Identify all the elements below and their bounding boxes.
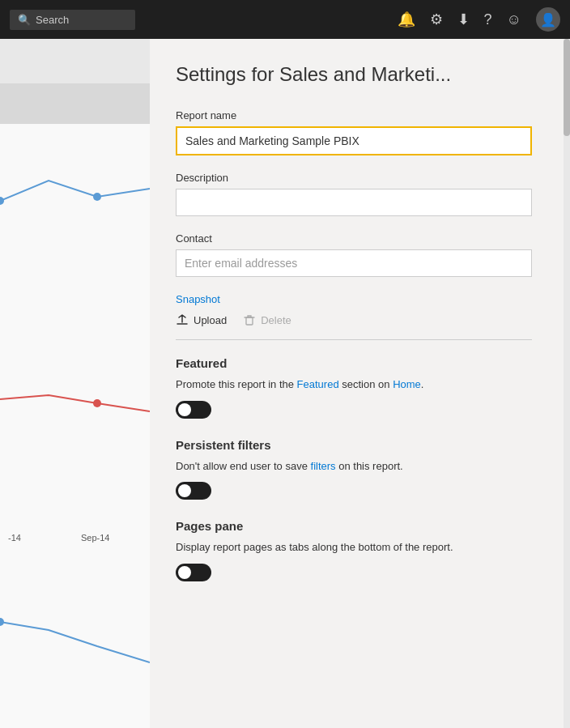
help-icon[interactable]: ?: [484, 11, 492, 28]
background-chart: -14 Sep-14: [0, 39, 150, 728]
svg-point-6: [0, 618, 4, 626]
delete-button[interactable]: Delete: [243, 313, 291, 326]
svg-rect-2: [0, 83, 150, 124]
scrollbar-thumb[interactable]: [564, 39, 570, 136]
snapshot-section: Snapshot Upload Delete: [176, 293, 544, 340]
notification-icon[interactable]: 🔔: [398, 11, 415, 28]
description-label: Description: [176, 172, 544, 184]
snapshot-label: Snapshot: [176, 293, 544, 305]
svg-text:-14: -14: [8, 533, 21, 543]
topbar-icons: 🔔 ⚙ ⬇ ? ☺ 👤: [398, 7, 560, 32]
home-link: Home: [393, 378, 421, 390]
contact-label: Contact: [176, 232, 544, 245]
delete-icon: [243, 313, 256, 326]
featured-toggle[interactable]: [176, 401, 211, 419]
featured-link: Featured: [297, 378, 339, 390]
search-input-label: Search: [36, 14, 69, 26]
scrollbar-track: [564, 39, 570, 728]
svg-rect-1: [0, 39, 150, 83]
contact-input[interactable]: [176, 249, 532, 277]
pages-slider: [176, 564, 211, 581]
svg-text:Sep-14: Sep-14: [81, 533, 109, 543]
svg-rect-9: [246, 317, 253, 325]
upload-icon: [176, 313, 189, 326]
upload-button[interactable]: Upload: [176, 313, 227, 326]
svg-point-3: [0, 197, 4, 205]
gear-icon[interactable]: ⚙: [430, 11, 443, 28]
snapshot-divider: [176, 339, 532, 340]
search-box[interactable]: 🔍 Search: [10, 10, 135, 30]
settings-title: Settings for Sales and Marketi...: [176, 62, 544, 87]
topbar: 🔍 Search 🔔 ⚙ ⬇ ? ☺ 👤: [0, 0, 570, 39]
pages-toggle[interactable]: [176, 564, 211, 581]
snapshot-actions: Upload Delete: [176, 313, 544, 326]
persistent-section: Persistent filters Don't allow end user …: [176, 438, 544, 500]
featured-heading: Featured: [176, 356, 544, 370]
upload-label: Upload: [194, 314, 227, 326]
download-icon[interactable]: ⬇: [457, 11, 470, 28]
report-name-input[interactable]: [176, 126, 532, 155]
delete-label: Delete: [261, 314, 291, 326]
avatar-icon: 👤: [540, 12, 556, 28]
emoji-icon[interactable]: ☺: [507, 11, 521, 28]
persistent-toggle[interactable]: [176, 482, 211, 500]
pages-section: Pages pane Display report pages as tabs …: [176, 519, 544, 581]
description-input[interactable]: [176, 189, 532, 216]
avatar[interactable]: 👤: [536, 7, 560, 32]
featured-desc: Promote this report in the Featured sect…: [176, 377, 544, 393]
featured-section: Featured Promote this report in the Feat…: [176, 356, 544, 419]
pages-desc: Display report pages as tabs along the b…: [176, 539, 544, 556]
persistent-desc: Don't allow end user to save filters on …: [176, 458, 544, 475]
filters-link: filters: [311, 460, 336, 472]
persistent-slider: [176, 482, 211, 500]
search-icon: 🔍: [18, 14, 31, 26]
svg-point-4: [93, 193, 101, 201]
persistent-heading: Persistent filters: [176, 438, 544, 452]
report-name-label: Report name: [176, 109, 544, 121]
contact-group: Contact: [176, 232, 544, 277]
pages-heading: Pages pane: [176, 519, 544, 533]
report-name-group: Report name: [176, 109, 544, 155]
description-group: Description: [176, 172, 544, 216]
svg-point-5: [93, 399, 101, 407]
svg-rect-0: [0, 39, 150, 728]
settings-panel: Settings for Sales and Marketi... Report…: [150, 39, 570, 728]
featured-slider: [176, 401, 211, 419]
